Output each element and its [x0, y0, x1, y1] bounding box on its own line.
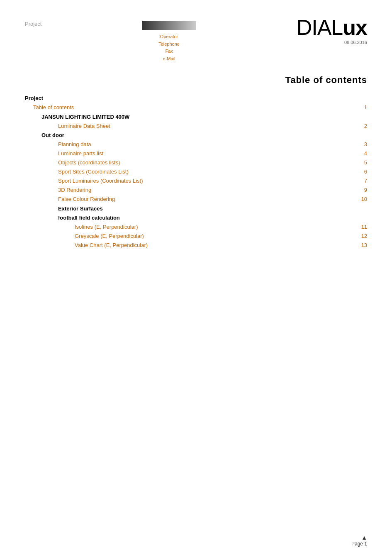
- page: Project Operator Telephone Fax e-Mail DI…: [0, 0, 392, 555]
- toc-section: Project Table of contents 1 JANSUN LIGHT…: [0, 94, 392, 250]
- toc-page: 11: [355, 222, 367, 232]
- toc-entry-sport-sites: Sport Sites (Coordinates List) 6: [25, 167, 367, 176]
- header-center: Operator Telephone Fax e-Mail: [142, 21, 196, 62]
- toc-entry-isolines: Isolines (E, Perpendicular) 11: [25, 222, 367, 232]
- toc-entry-sport-luminaires: Sport Luminaires (Coordinates List) 7: [25, 176, 367, 186]
- footer-page-label: Page 1: [351, 541, 367, 547]
- toc-label: Sport Sites (Coordinates List): [58, 167, 129, 176]
- toc-label: football field calculation: [58, 213, 120, 222]
- logo-ux: ux: [343, 15, 367, 39]
- toc-label: 3D Rendering: [58, 186, 91, 195]
- contact-info: Operator Telephone Fax e-Mail: [158, 33, 180, 62]
- toc-page: 1: [355, 103, 367, 112]
- toc-page: 2: [355, 122, 367, 131]
- toc-page: 6: [355, 167, 367, 176]
- header-right: DIALux 08.06.2016: [297, 17, 367, 45]
- toc-label: Exterior Surfaces: [58, 204, 103, 213]
- toc-entry-football: football field calculation: [25, 213, 367, 222]
- logo-dial: DIAL: [297, 15, 343, 39]
- toc-entry-project: Project: [25, 94, 367, 103]
- footer-arrow-icon: ▲: [361, 534, 367, 541]
- toc-page: 9: [355, 186, 367, 195]
- operator-text: Operator: [158, 33, 180, 41]
- toc-label: Project: [25, 94, 43, 103]
- toc-page: 4: [355, 149, 367, 158]
- fax-text: Fax: [158, 48, 180, 55]
- toc-entry-toc: Table of contents 1: [25, 103, 367, 112]
- telephone-text: Telephone: [158, 41, 180, 48]
- toc-entry-exterior: Exterior Surfaces: [25, 204, 367, 213]
- toc-entry-jansun: JANSUN LIGHTING LIMITED 400W: [25, 112, 367, 122]
- toc-entry-greyscale: Greyscale (E, Perpendicular) 12: [25, 232, 367, 241]
- toc-label: JANSUN LIGHTING LIMITED 400W: [41, 112, 129, 122]
- footer: ▲ Page 1: [351, 534, 367, 547]
- toc-page: 12: [355, 232, 367, 241]
- toc-label: Luminaire Data Sheet: [58, 122, 110, 131]
- header: Project Operator Telephone Fax e-Mail DI…: [0, 0, 392, 62]
- toc-label: Luminaire parts list: [58, 149, 103, 158]
- toc-entry-parts-list: Luminaire parts list 4: [25, 149, 367, 158]
- toc-page: 7: [355, 176, 367, 186]
- toc-entry-objects: Objects (coordinates lists) 5: [25, 158, 367, 167]
- toc-label: False Colour Rendering: [58, 195, 115, 204]
- toc-label: Greyscale (E, Perpendicular): [75, 232, 144, 241]
- toc-entry-value-chart: Value Chart (E, Perpendicular) 13: [25, 241, 367, 250]
- toc-entry-luminaire-data: Luminaire Data Sheet 2: [25, 122, 367, 131]
- toc-entry-3d-rendering: 3D Rendering 9: [25, 186, 367, 195]
- dialux-logo: DIALux: [297, 17, 367, 38]
- email-text: e-Mail: [158, 55, 180, 63]
- toc-entry-false-colour: False Colour Rendering 10: [25, 195, 367, 204]
- toc-page: 5: [355, 158, 367, 167]
- project-label: Project: [25, 21, 41, 27]
- toc-label: Table of contents: [33, 103, 74, 112]
- toc-page: 10: [355, 195, 367, 204]
- toc-page: 3: [355, 140, 367, 149]
- toc-label: Isolines (E, Perpendicular): [75, 222, 138, 232]
- date-text: 08.06.2016: [344, 40, 367, 45]
- toc-label: Out door: [41, 131, 64, 140]
- toc-page: 13: [355, 241, 367, 250]
- toc-title: Table of contents: [0, 62, 392, 94]
- toc-label: Sport Luminaires (Coordinates List): [58, 176, 143, 186]
- gradient-bar: [142, 21, 196, 30]
- toc-entry-planning: Planning data 3: [25, 140, 367, 149]
- toc-label: Objects (coordinates lists): [58, 158, 120, 167]
- toc-entry-outdoor: Out door: [25, 131, 367, 140]
- toc-label: Planning data: [58, 140, 91, 149]
- toc-label: Value Chart (E, Perpendicular): [75, 241, 148, 250]
